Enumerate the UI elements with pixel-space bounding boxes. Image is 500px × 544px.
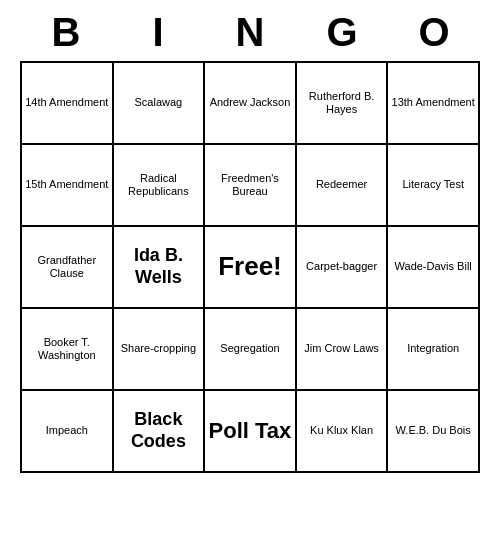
grid-cell: 15th Amendment: [22, 145, 114, 225]
grid-row: ImpeachBlack CodesPoll TaxKu Klux KlanW.…: [22, 391, 478, 471]
grid-cell: Rutherford B. Hayes: [297, 63, 389, 143]
grid-cell: Ku Klux Klan: [297, 391, 389, 471]
grid-row: Booker T. WashingtonShare-croppingSegreg…: [22, 309, 478, 391]
bingo-letter: N: [210, 10, 290, 55]
grid-cell: Jim Crow Laws: [297, 309, 389, 389]
grid-cell: Andrew Jackson: [205, 63, 297, 143]
grid-cell: Black Codes: [114, 391, 206, 471]
grid-cell: Poll Tax: [205, 391, 297, 471]
grid-cell: Segregation: [205, 309, 297, 389]
grid-row: Grandfather ClauseIda B. WellsFree!Carpe…: [22, 227, 478, 309]
grid-row: 15th AmendmentRadical RepublicansFreedme…: [22, 145, 478, 227]
grid-cell: Share-cropping: [114, 309, 206, 389]
bingo-letter: O: [394, 10, 474, 55]
bingo-letter: I: [118, 10, 198, 55]
grid-cell: Impeach: [22, 391, 114, 471]
bingo-grid: 14th AmendmentScalawagAndrew JacksonRuth…: [20, 61, 480, 473]
grid-cell: 14th Amendment: [22, 63, 114, 143]
grid-cell: Integration: [388, 309, 478, 389]
grid-cell: Freedmen's Bureau: [205, 145, 297, 225]
grid-cell: 13th Amendment: [388, 63, 478, 143]
grid-cell: Radical Republicans: [114, 145, 206, 225]
grid-cell: Booker T. Washington: [22, 309, 114, 389]
bingo-letter: B: [26, 10, 106, 55]
grid-cell: Literacy Test: [388, 145, 478, 225]
grid-cell: Redeemer: [297, 145, 389, 225]
grid-cell: Carpet-bagger: [297, 227, 389, 307]
grid-cell: W.E.B. Du Bois: [388, 391, 478, 471]
grid-row: 14th AmendmentScalawagAndrew JacksonRuth…: [22, 63, 478, 145]
grid-cell: Wade-Davis Bill: [388, 227, 478, 307]
bingo-header: BINGO: [20, 0, 480, 61]
grid-cell: Ida B. Wells: [114, 227, 206, 307]
grid-cell: Scalawag: [114, 63, 206, 143]
grid-cell: Grandfather Clause: [22, 227, 114, 307]
bingo-letter: G: [302, 10, 382, 55]
grid-cell: Free!: [205, 227, 297, 307]
